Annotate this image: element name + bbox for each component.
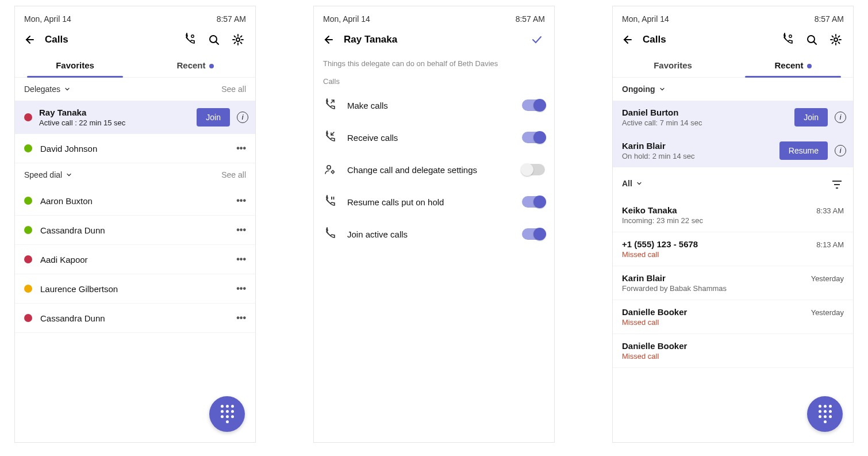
resume-button[interactable]: Resume xyxy=(779,141,828,160)
delegates-label: Delegates xyxy=(24,85,60,94)
recent-call-row[interactable]: Danielle BookerMissed callYesterday xyxy=(613,300,853,334)
delegates-section-header[interactable]: Delegates See all xyxy=(15,78,255,101)
more-options-button[interactable]: ••• xyxy=(236,313,246,323)
permission-toggle[interactable] xyxy=(522,132,545,143)
page-title: Calls xyxy=(45,34,174,45)
recent-body: Danielle BookerMissed call xyxy=(622,341,838,361)
tab-recent-label: Recent xyxy=(176,60,205,70)
join-button[interactable]: Join xyxy=(197,108,230,127)
permission-row: Join active calls xyxy=(314,218,554,250)
voicemail-icon xyxy=(183,33,197,47)
filter-button[interactable] xyxy=(828,175,844,191)
voicemail-button[interactable] xyxy=(182,32,198,48)
back-button[interactable] xyxy=(619,32,635,48)
page-title: Ray Tanaka xyxy=(344,34,521,45)
more-options-button[interactable]: ••• xyxy=(236,196,246,206)
recent-call-row[interactable]: Danielle BookerMissed call xyxy=(613,334,853,368)
back-arrow-icon xyxy=(620,33,633,47)
status-time: 8:57 AM xyxy=(516,14,545,24)
ongoing-call-card[interactable]: Karin BlairOn hold: 2 min 14 secResumei xyxy=(613,134,853,167)
permission-toggle[interactable] xyxy=(522,99,545,111)
delegate-permissions-screen: Mon, April 14 8:57 AM Ray Tanaka Things … xyxy=(313,6,555,443)
presence-busy-icon xyxy=(24,255,32,263)
ongoing-status: On hold: 2 min 14 sec xyxy=(622,152,773,160)
header-bar: Calls xyxy=(613,27,853,52)
active-call-body: Ray Tanaka Active call : 22 min 15 sec xyxy=(39,108,190,127)
more-options-button[interactable]: ••• xyxy=(236,225,246,235)
permission-row: Receive calls xyxy=(314,121,554,154)
back-button[interactable] xyxy=(21,32,37,48)
info-button[interactable]: i xyxy=(835,112,846,123)
status-date: Mon, April 14 xyxy=(323,14,370,24)
join-button[interactable]: Join xyxy=(794,108,828,127)
chevron-down-icon xyxy=(64,86,71,93)
recent-name: Danielle Booker xyxy=(622,341,838,351)
tab-favorites[interactable]: Favorites xyxy=(15,52,135,77)
permission-toggle[interactable] xyxy=(522,164,545,175)
calls-recent-screen: Mon, April 14 8:57 AM Calls Favorites Re… xyxy=(612,6,854,443)
search-button[interactable] xyxy=(804,32,820,48)
confirm-button[interactable] xyxy=(529,32,545,48)
settings-button[interactable] xyxy=(828,32,844,48)
speed-dial-see-all[interactable]: See all xyxy=(221,170,246,179)
dialpad-fab[interactable] xyxy=(209,396,245,432)
delegates-see-all[interactable]: See all xyxy=(221,85,246,94)
more-options-button[interactable]: ••• xyxy=(236,143,246,154)
recent-body: +1 (555) 123 - 5678Missed call xyxy=(622,239,811,259)
dialpad-fab[interactable] xyxy=(807,396,843,432)
recent-name: +1 (555) 123 - 5678 xyxy=(622,239,811,249)
tab-recent[interactable]: Recent xyxy=(733,52,853,77)
tab-recent[interactable]: Recent xyxy=(135,52,255,77)
more-options-button[interactable]: ••• xyxy=(236,283,246,294)
permission-row: Make calls xyxy=(314,89,554,121)
tab-favorites[interactable]: Favorites xyxy=(613,52,733,77)
search-button[interactable] xyxy=(206,32,222,48)
recent-name: Karin Blair xyxy=(622,273,805,283)
recent-call-row[interactable]: Karin BlairForwarded by Babak ShammasYes… xyxy=(613,266,853,300)
permission-icon xyxy=(323,131,337,144)
status-date: Mon, April 14 xyxy=(24,14,71,24)
info-button[interactable]: i xyxy=(237,112,248,123)
recent-subtitle: Forwarded by Babak Shammas xyxy=(622,284,805,293)
ongoing-name: Daniel Burton xyxy=(622,108,788,117)
contact-row[interactable]: David Johnson••• xyxy=(15,134,255,163)
contact-row[interactable]: Aaron Buxton••• xyxy=(15,186,255,216)
info-button[interactable]: i xyxy=(835,145,846,156)
more-options-button[interactable]: ••• xyxy=(236,254,246,265)
back-arrow-icon xyxy=(22,33,36,47)
recent-name: Danielle Booker xyxy=(622,307,805,317)
permission-icon xyxy=(323,195,337,209)
recent-name: Keiko Tanaka xyxy=(622,205,811,215)
status-bar: Mon, April 14 8:57 AM xyxy=(314,6,554,27)
settings-button[interactable] xyxy=(230,32,246,48)
contact-row[interactable]: Cassandra Dunn••• xyxy=(15,304,255,333)
active-call-card[interactable]: Ray Tanaka Active call : 22 min 15 sec J… xyxy=(15,101,255,134)
permission-toggle[interactable] xyxy=(522,228,545,240)
status-bar: Mon, April 14 8:57 AM xyxy=(613,6,853,27)
contact-row[interactable]: Laurence Gilbertson••• xyxy=(15,274,255,304)
presence-away-icon xyxy=(24,285,32,293)
ongoing-section-header[interactable]: Ongoing xyxy=(613,78,853,101)
recent-call-row[interactable]: Keiko TanakaIncoming: 23 min 22 sec8:33 … xyxy=(613,198,853,232)
ongoing-status: Active call: 7 min 14 sec xyxy=(622,118,788,127)
all-section-header[interactable]: All xyxy=(613,167,853,198)
presence-avail-icon xyxy=(24,226,32,234)
permission-row: Change call and delegate settings xyxy=(314,154,554,186)
tabs: Favorites Recent xyxy=(15,52,255,78)
recent-call-row[interactable]: +1 (555) 123 - 5678Missed call8:13 AM xyxy=(613,232,853,266)
voicemail-button[interactable] xyxy=(779,32,796,48)
contact-row[interactable]: Aadi Kapoor••• xyxy=(15,245,255,274)
chevron-down-icon xyxy=(636,180,643,187)
status-bar: Mon, April 14 8:57 AM xyxy=(15,6,255,27)
unread-dot-icon xyxy=(209,64,214,68)
search-icon xyxy=(207,33,221,47)
unread-dot-icon xyxy=(807,64,812,68)
presence-dnd-icon xyxy=(24,314,32,322)
permission-toggle[interactable] xyxy=(522,196,545,208)
back-button[interactable] xyxy=(320,32,336,48)
tabs: Favorites Recent xyxy=(613,52,853,78)
permission-label: Resume calls put on hold xyxy=(347,197,512,207)
ongoing-call-card[interactable]: Daniel BurtonActive call: 7 min 14 secJo… xyxy=(613,101,853,134)
contact-row[interactable]: Cassandra Dunn••• xyxy=(15,216,255,245)
speed-dial-section-header[interactable]: Speed dial See all xyxy=(15,163,255,186)
